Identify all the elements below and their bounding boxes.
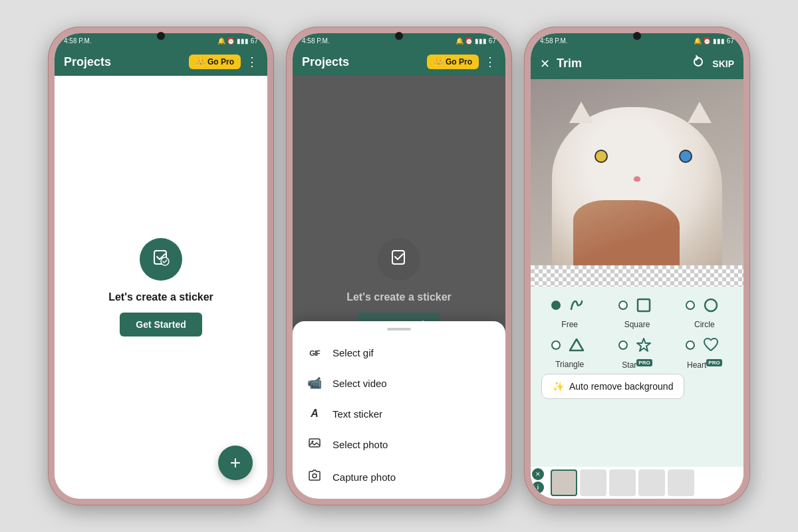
heart-pro-badge: PRO bbox=[706, 359, 722, 366]
go-pro-button-2[interactable]: 👑 Go Pro bbox=[427, 55, 479, 69]
thumbnail-2[interactable] bbox=[580, 469, 606, 496]
auto-remove-button[interactable]: ✨ Auto remove background bbox=[541, 374, 684, 399]
phone-3: 4:58 P.M. 🔔 ⏰ ▮▮▮ 67 ✕ Trim bbox=[524, 27, 750, 505]
camera-icon bbox=[307, 469, 322, 485]
sticker-icon-1 bbox=[151, 247, 171, 272]
auto-remove-icon: ✨ bbox=[553, 381, 564, 392]
shape-radio-star bbox=[618, 340, 628, 350]
shape-radio-triangle bbox=[551, 340, 561, 350]
shape-option-circle[interactable]: Circle bbox=[678, 293, 731, 329]
shape-option-square[interactable]: Square bbox=[610, 293, 664, 329]
shape-row-1: Free Square bbox=[536, 293, 738, 329]
heart-shape-label: HeartPRO bbox=[687, 360, 722, 370]
shape-row-2: Triangle StarPRO bbox=[536, 333, 738, 370]
info-icon[interactable]: i bbox=[532, 481, 544, 493]
thumbnail-5[interactable] bbox=[668, 469, 694, 496]
square-shape-label: Square bbox=[624, 320, 650, 329]
phone-1: 4:58 P.M. 🔔 ⏰ ▮▮▮ 67 Projects 👑 Go Pro ⋮ bbox=[48, 27, 274, 505]
sheet-item-label-capture: Capture photo bbox=[332, 471, 396, 483]
camera-notch bbox=[157, 32, 165, 40]
sheet-item-capture-photo[interactable]: Capture photo bbox=[293, 461, 505, 493]
menu-icon-1[interactable]: ⋮ bbox=[246, 55, 258, 69]
sheet-handle bbox=[387, 328, 411, 331]
status-time-2: 4:58 P.M. bbox=[302, 37, 330, 45]
text-icon: A bbox=[307, 408, 322, 420]
status-time-3: 4:58 P.M. bbox=[540, 37, 568, 45]
status-time-1: 4:58 P.M. bbox=[64, 37, 92, 45]
svg-point-5 bbox=[313, 474, 317, 478]
shape-radio-circle bbox=[686, 301, 695, 310]
photo-icon bbox=[307, 437, 322, 452]
menu-icon-2[interactable]: ⋮ bbox=[484, 55, 496, 69]
sheet-item-text-sticker[interactable]: A Text sticker bbox=[293, 399, 505, 428]
status-icons-1: 🔔 ⏰ ▮▮▮ 67 bbox=[217, 37, 258, 45]
shape-option-star[interactable]: StarPRO bbox=[610, 333, 664, 370]
trim-skip-button[interactable]: SKIP bbox=[712, 59, 734, 69]
svg-point-7 bbox=[705, 299, 717, 311]
main-content-1: Let's create a sticker Get Started + bbox=[55, 76, 267, 499]
sheet-item-label-gif: Select gif bbox=[332, 347, 374, 358]
create-sticker-label-1: Let's create a sticker bbox=[108, 291, 213, 303]
fab-button-1[interactable]: + bbox=[218, 446, 253, 480]
trim-header: ✕ Trim SKIP bbox=[531, 48, 743, 79]
app-title-1: Projects bbox=[64, 55, 111, 69]
triangle-shape-label: Triangle bbox=[555, 360, 584, 369]
sticker-icon-circle-1 bbox=[140, 238, 182, 281]
shape-selector: Free Square bbox=[531, 287, 743, 467]
shape-option-triangle[interactable]: Triangle bbox=[543, 333, 597, 370]
auto-remove-label: Auto remove background bbox=[569, 381, 673, 392]
circle-shape-icon bbox=[699, 293, 723, 317]
svg-rect-3 bbox=[309, 439, 320, 447]
thumbnail-4[interactable] bbox=[638, 469, 665, 496]
sheet-item-label-photo: Select photo bbox=[332, 439, 388, 450]
status-icons-3: 🔔 ⏰ ▮▮▮ 67 bbox=[694, 37, 734, 45]
phone-1-screen: 4:58 P.M. 🔔 ⏰ ▮▮▮ 67 Projects 👑 Go Pro ⋮ bbox=[55, 33, 267, 499]
sheet-item-select-photo[interactable]: Select photo bbox=[293, 428, 505, 461]
phone-3-screen: 4:58 P.M. 🔔 ⏰ ▮▮▮ 67 ✕ Trim bbox=[531, 33, 743, 499]
sheet-item-select-gif[interactable]: GIF Select gif bbox=[293, 338, 505, 367]
close-icon[interactable]: ✕ bbox=[532, 468, 544, 480]
app-header-1: Projects 👑 Go Pro ⋮ bbox=[55, 48, 267, 76]
star-shape-label: StarPRO bbox=[622, 360, 652, 370]
shape-radio-heart bbox=[686, 340, 695, 350]
camera-notch-3 bbox=[633, 32, 641, 40]
cat-image-area bbox=[531, 79, 743, 265]
free-shape-icon bbox=[565, 293, 589, 317]
phone-2-screen: 4:58 P.M. 🔔 ⏰ ▮▮▮ 67 Projects 👑 Go Pro ⋮ bbox=[293, 33, 505, 499]
thumbnail-1[interactable] bbox=[551, 469, 577, 496]
app-header-2: Projects 👑 Go Pro ⋮ bbox=[293, 48, 505, 76]
video-icon: 📹 bbox=[307, 376, 322, 390]
svg-rect-6 bbox=[638, 299, 650, 311]
bottom-sheet: GIF Select gif 📹 Select video A Text sti… bbox=[293, 321, 505, 499]
status-icons-2: 🔔 ⏰ ▮▮▮ 67 bbox=[456, 37, 496, 45]
shape-option-heart[interactable]: HeartPRO bbox=[678, 333, 731, 370]
sticker-icon-circle-2 bbox=[378, 238, 420, 281]
checkered-area bbox=[531, 265, 743, 287]
sticker-icon-2 bbox=[389, 247, 409, 272]
shape-radio-free bbox=[551, 301, 561, 310]
phone-wrapper: 4:58 P.M. 🔔 ⏰ ▮▮▮ 67 Projects 👑 Go Pro ⋮ bbox=[48, 27, 750, 505]
gif-icon: GIF bbox=[307, 349, 322, 357]
free-shape-label: Free bbox=[561, 320, 578, 329]
circle-shape-label: Circle bbox=[694, 320, 715, 329]
shape-option-free[interactable]: Free bbox=[543, 293, 597, 329]
trim-undo-button[interactable] bbox=[691, 55, 706, 72]
star-pro-badge: PRO bbox=[636, 359, 652, 366]
thumbnail-bar: ✕ i bbox=[531, 467, 743, 499]
phone-2: 4:58 P.M. 🔔 ⏰ ▮▮▮ 67 Projects 👑 Go Pro ⋮ bbox=[286, 27, 512, 505]
triangle-shape-icon bbox=[565, 333, 589, 357]
sheet-item-select-video[interactable]: 📹 Select video bbox=[293, 367, 505, 399]
svg-rect-2 bbox=[392, 251, 404, 264]
trim-close-button[interactable]: ✕ bbox=[540, 57, 550, 71]
thumbnail-3[interactable] bbox=[609, 469, 636, 496]
camera-notch-2 bbox=[395, 32, 403, 40]
heart-shape-icon bbox=[699, 333, 723, 357]
sheet-item-label-text: Text sticker bbox=[332, 408, 382, 420]
square-shape-icon bbox=[632, 293, 656, 317]
create-sticker-label-2: Let's create a sticker bbox=[346, 291, 452, 303]
shape-radio-square bbox=[618, 301, 628, 310]
sheet-item-label-video: Select video bbox=[332, 378, 387, 389]
go-pro-button-1[interactable]: 👑 Go Pro bbox=[189, 55, 241, 69]
trim-title: Trim bbox=[557, 57, 582, 70]
get-started-button-1[interactable]: Get Started bbox=[120, 313, 201, 336]
